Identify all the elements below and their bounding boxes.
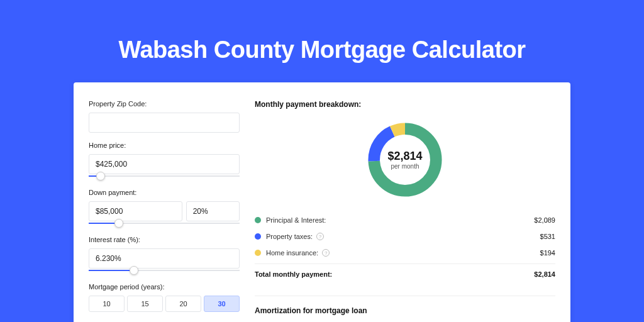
period-button-30[interactable]: 30 (204, 296, 240, 312)
donut-total-value: $2,814 (387, 150, 422, 163)
zip-input[interactable] (89, 113, 240, 133)
period-button-15[interactable]: 15 (127, 296, 163, 312)
legend-text: Property taxes: (266, 233, 313, 240)
period-button-20[interactable]: 20 (165, 296, 201, 312)
period-label: Mortgage period (years): (89, 283, 240, 291)
period-buttons: 10 15 20 30 (89, 296, 240, 312)
down-label: Down payment: (89, 189, 240, 196)
price-slider[interactable] (89, 174, 240, 180)
legend-text: Principal & Interest: (266, 216, 326, 224)
page-title: Wabash County Mortgage Calculator (118, 36, 525, 64)
total-row: Total monthly payment: $2,814 (255, 264, 555, 284)
period-field-group: Mortgage period (years): 10 15 20 30 (89, 283, 240, 312)
legend-dot-icon (255, 217, 261, 223)
slider-fill (89, 270, 134, 271)
calculator-card: Property Zip Code: Home price: $425,000 … (74, 82, 570, 322)
down-slider[interactable] (89, 221, 240, 227)
down-amount-input[interactable]: $85,000 (89, 201, 182, 221)
total-label: Total monthly payment: (255, 270, 534, 278)
info-icon[interactable]: ? (316, 233, 324, 240)
zip-label: Property Zip Code: (89, 100, 240, 108)
legend-text: Home insurance: (266, 249, 318, 257)
legend-dot-icon (255, 250, 261, 256)
breakdown-title: Monthly payment breakdown: (255, 100, 555, 109)
total-value: $2,814 (534, 270, 555, 278)
price-field-group: Home price: $425,000 (89, 142, 240, 180)
down-pct-input[interactable]: 20% (186, 201, 240, 221)
price-input[interactable]: $425,000 (89, 154, 240, 174)
results-column: Monthly payment breakdown: $2,814 per mo… (255, 100, 555, 322)
legend-row-principal: Principal & Interest: $2,089 (255, 212, 555, 228)
slider-thumb[interactable] (130, 266, 138, 275)
rate-label: Interest rate (%): (89, 236, 240, 243)
price-label: Home price: (89, 142, 240, 149)
slider-thumb[interactable] (96, 172, 105, 180)
slider-thumb[interactable] (114, 219, 123, 228)
donut-center: $2,814 per month (364, 119, 446, 201)
legend-row-taxes: Property taxes: ? $531 (255, 228, 555, 245)
form-column: Property Zip Code: Home price: $425,000 … (89, 100, 240, 322)
donut-chart: $2,814 per month (255, 119, 555, 201)
down-field-group: Down payment: $85,000 20% (89, 189, 240, 227)
legend-dot-icon (255, 233, 261, 240)
donut-total-label: per month (391, 163, 419, 170)
legend-name: Home insurance: ? (266, 249, 540, 257)
rate-input[interactable]: 6.230% (89, 248, 240, 269)
period-button-10[interactable]: 10 (89, 296, 125, 312)
amortization-title: Amortization for mortgage loan (255, 296, 555, 315)
rate-field-group: Interest rate (%): 6.230% (89, 236, 240, 274)
slider-track (89, 175, 240, 177)
legend-row-insurance: Home insurance: ? $194 (255, 245, 555, 261)
legend-value: $2,089 (534, 216, 555, 224)
rate-slider[interactable] (89, 268, 240, 274)
legend-name: Principal & Interest: (266, 216, 534, 224)
legend-name: Property taxes: ? (266, 233, 540, 240)
zip-field-group: Property Zip Code: (89, 100, 240, 133)
legend-value: $194 (540, 249, 555, 257)
info-icon[interactable]: ? (322, 249, 330, 257)
legend-value: $531 (540, 233, 555, 240)
